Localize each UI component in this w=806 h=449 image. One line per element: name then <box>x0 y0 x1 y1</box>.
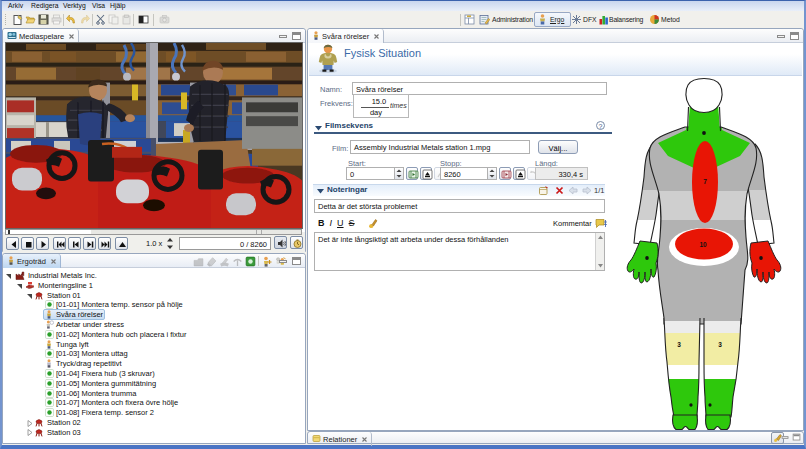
svg-text:3: 3 <box>677 341 681 348</box>
svg-text:3: 3 <box>718 341 722 348</box>
svg-text:10: 10 <box>699 241 707 248</box>
svg-text:7: 7 <box>703 178 707 185</box>
